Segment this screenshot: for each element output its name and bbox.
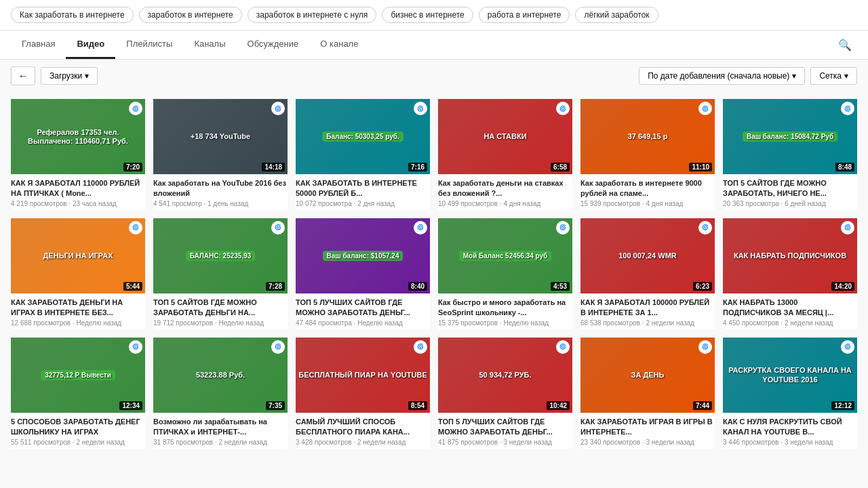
nav-tab-2[interactable]: Плейлисты <box>115 30 183 59</box>
video-duration: 12:12 <box>831 401 854 410</box>
video-thumbnail: 37 649,15 р 11:10 🌀 <box>580 99 715 174</box>
video-title: КАК ЗАРАБОТАТЬ ДЕНЬГИ НА ИГРАХ В ИНТЕРНЕ… <box>11 298 145 317</box>
video-title: КАК НАБРАТЬ 13000 ПОДПИСЧИКОВ ЗА МЕСЯЦ |… <box>723 298 857 317</box>
video-card[interactable]: Баланс: 50303,25 руб. 7:16 🌀 КАК ЗАРАБОТ… <box>296 99 430 210</box>
video-card[interactable]: Ваш баланс: $1057.24 8:40 🌀 ТОП 5 ЛУЧШИХ… <box>296 218 430 329</box>
video-card[interactable]: НА СТАВКИ 6:58 🌀 Как заработать деньги н… <box>438 99 572 210</box>
video-info: КАК НАБРАТЬ 13000 ПОДПИСЧИКОВ ЗА МЕСЯЦ |… <box>723 293 857 329</box>
video-title: КАК Я ЗАРАБОТАЛ 110000 РУБЛЕЙ НА ПТИЧКАХ… <box>11 178 145 198</box>
video-thumbnail: Ваш баланс: 15084,72 Руб 8:48 🌀 <box>723 99 857 174</box>
tag-2[interactable]: заработок в интернете с нуля <box>248 7 377 23</box>
video-duration: 12:34 <box>119 401 142 410</box>
video-duration: 8:40 <box>408 282 427 291</box>
video-card[interactable]: +18 734 YouTube 14:18 🌀 Как заработать н… <box>153 99 288 210</box>
video-meta: 41 875 просмотров · 3 недели назад <box>438 439 572 446</box>
video-card[interactable]: РАСКРУТКА СВОЕГО КАНАЛА НА YOUTUBE 2016 … <box>723 338 857 449</box>
tag-3[interactable]: бизнес в интернете <box>382 7 473 23</box>
channel-icon: 🌀 <box>556 221 570 235</box>
channel-icon: 🌀 <box>556 340 570 354</box>
video-duration: 10:42 <box>547 401 570 410</box>
search-icon[interactable]: 🔍 <box>833 33 857 57</box>
video-card[interactable]: 50 934,72 РУБ. 10:42 🌀 ТОП 5 ЛУЧШИХ САЙТ… <box>438 338 572 449</box>
nav-tab-3[interactable]: Каналы <box>183 30 236 59</box>
channel-icon: 🌀 <box>841 221 854 235</box>
video-info: Как заработать в интернете 9000 рублей н… <box>580 174 715 210</box>
view-dropdown[interactable]: Сетка ▾ <box>810 67 857 85</box>
video-thumbnail: Баланс: 50303,25 руб. 7:16 🌀 <box>296 99 430 174</box>
nav-tab-5[interactable]: О канале <box>309 30 369 59</box>
video-info: КАК ЗАРАБОТАТЬ ДЕНЬГИ НА ИГРАХ В ИНТЕРНЕ… <box>11 293 145 329</box>
video-duration: 14:20 <box>831 282 854 291</box>
video-title: ТОП 5 ЛУЧШИХ САЙТОВ ГДЕ МОЖНО ЗАРАБОТАТЬ… <box>296 298 430 317</box>
video-duration: 6:58 <box>551 163 570 171</box>
video-meta: 55 511 просмотров · 2 недели назад <box>11 439 145 446</box>
video-duration: 11:10 <box>689 163 712 171</box>
video-thumbnail: 32775,12 Р Вывести 12:34 🌀 <box>11 338 145 413</box>
video-thumbnail: Ваш баланс: $1057.24 8:40 🌀 <box>296 218 430 293</box>
video-card[interactable]: Ваш баланс: 15084,72 Руб 8:48 🌀 ТОП 5 СА… <box>723 99 857 210</box>
video-title: Как заработать на YouTube 2016 без вложе… <box>153 178 288 198</box>
video-info: Как быстро и много заработать на SeoSpri… <box>438 293 572 329</box>
video-duration: 7:28 <box>266 282 285 291</box>
uploads-dropdown[interactable]: Загрузки ▾ <box>41 67 98 85</box>
video-title: КАК С НУЛЯ РАСКРУТИТЬ СВОЙ КАНАЛ НА YOUT… <box>723 417 857 436</box>
video-meta: 23 340 просмотров · 3 недели назад <box>580 439 715 446</box>
video-title: ТОП 5 ЛУЧШИХ САЙТОВ ГДЕ МОЖНО ЗАРАБОТАТЬ… <box>438 417 572 436</box>
tag-5[interactable]: лёгкий заработок <box>575 7 658 23</box>
video-thumbnail: Рефералов 17353 чел. Выплачено: 110460,7… <box>11 99 145 174</box>
video-thumbnail: Мой Баланс 52456.34 руб 4:53 🌀 <box>438 218 572 293</box>
nav-tab-4[interactable]: Обсуждение <box>237 30 310 59</box>
nav-tab-1[interactable]: Видео <box>66 30 115 59</box>
tag-0[interactable]: Как заработать в интернете <box>11 7 134 23</box>
video-card[interactable]: Рефералов 17353 чел. Выплачено: 110460,7… <box>11 99 145 210</box>
tag-4[interactable]: работа в интернете <box>479 7 570 23</box>
video-duration: 7:44 <box>693 401 712 410</box>
channel-icon: 🌀 <box>129 340 142 354</box>
back-button[interactable]: ← <box>11 66 35 85</box>
video-duration: 14:18 <box>262 163 285 171</box>
video-duration: 8:48 <box>835 163 854 171</box>
video-meta: 4 450 просмотров · 2 недели назад <box>723 319 857 327</box>
video-meta: 4 541 просмотр · 1 день назад <box>153 200 288 207</box>
video-title: 5 СПОСОБОВ ЗАРАБОТАТЬ ДЕНЕГ ШКОЛЬНИКУ НА… <box>11 417 145 436</box>
video-duration: 7:35 <box>266 401 285 410</box>
video-card[interactable]: ДЕНЬГИ НА ИГРАХ 5:44 🌀 КАК ЗАРАБОТАТЬ ДЕ… <box>11 218 145 329</box>
video-duration: 7:20 <box>123 163 142 171</box>
video-title: Как заработать деньги на ставках без вло… <box>438 178 572 198</box>
nav-tab-0[interactable]: Главная <box>11 30 66 59</box>
video-duration: 4:53 <box>551 282 570 291</box>
video-card[interactable]: 100 007,24 WMR 6:23 🌀 КАК Я ЗАРАБОТАЛ 10… <box>580 218 715 329</box>
channel-icon: 🌀 <box>414 102 427 115</box>
video-info: КАК Я ЗАРАБОТАЛ 100000 РУБЛЕЙ В ИНТЕРНЕТ… <box>580 293 715 329</box>
video-card[interactable]: БЕСПЛАТНЫЙ ПИАР НА YOUTUBE 8:54 🌀 САМЫЙ … <box>296 338 430 449</box>
video-thumbnail: БЕСПЛАТНЫЙ ПИАР НА YOUTUBE 8:54 🌀 <box>296 338 430 413</box>
video-thumbnail: ДЕНЬГИ НА ИГРАХ 5:44 🌀 <box>11 218 145 293</box>
channel-icon: 🌀 <box>129 221 142 235</box>
video-card[interactable]: Мой Баланс 52456.34 руб 4:53 🌀 Как быстр… <box>438 218 572 329</box>
tag-1[interactable]: заработок в интернете <box>139 7 242 23</box>
video-info: ТОП 5 ЛУЧШИХ САЙТОВ ГДЕ МОЖНО ЗАРАБОТАТЬ… <box>296 293 430 329</box>
channel-icon: 🌀 <box>841 340 854 354</box>
video-meta: 20 363 просмотра · 6 дней назад <box>723 200 857 207</box>
video-card[interactable]: КАК НАБРАТЬ ПОДПИСЧИКОВ 14:20 🌀 КАК НАБР… <box>723 218 857 329</box>
video-card[interactable]: БАЛАНС: 25235,93 7:28 🌀 ТОП 5 САЙТОВ ГДЕ… <box>153 218 288 329</box>
video-info: ТОП 5 САЙТОВ ГДЕ МОЖНО ЗАРАБОТАТЬ, НИЧЕГ… <box>723 174 857 210</box>
video-card[interactable]: 37 649,15 р 11:10 🌀 Как заработать в инт… <box>580 99 715 210</box>
video-title: КАК ЗАРАБОТАТЬ ИГРАЯ В ИГРЫ В ИНТЕРНЕТЕ.… <box>580 417 715 436</box>
channel-icon: 🌀 <box>414 221 427 235</box>
video-info: КАК ЗАРАБОТАТЬ ИГРАЯ В ИГРЫ В ИНТЕРНЕТЕ.… <box>580 413 715 449</box>
video-duration: 8:54 <box>408 401 427 410</box>
video-meta: 3 428 просмотров · 2 недели назад <box>296 439 430 446</box>
video-meta: 31 876 просмотров · 2 недели назад <box>153 439 288 446</box>
channel-icon: 🌀 <box>556 102 570 115</box>
channel-icon: 🌀 <box>841 102 854 115</box>
video-card[interactable]: 32775,12 Р Вывести 12:34 🌀 5 СПОСОБОВ ЗА… <box>11 338 145 449</box>
video-card[interactable]: ЗА ДЕНЬ 7:44 🌀 КАК ЗАРАБОТАТЬ ИГРАЯ В ИГ… <box>580 338 715 449</box>
video-meta: 15 375 просмотров · Неделю назад <box>438 319 572 327</box>
video-title: ТОП 5 САЙТОВ ГДЕ МОЖНО ЗАРАБОТАТЬ, НИЧЕГ… <box>723 178 857 198</box>
video-info: КАК ЗАРАБОТАТЬ В ИНТЕРНЕТЕ 50000 РУБЛЕЙ … <box>296 174 430 210</box>
sort-dropdown[interactable]: По дате добавления (сначала новые) ▾ <box>639 67 805 85</box>
toolbar: ← Загрузки ▾ По дате добавления (сначала… <box>0 60 868 92</box>
video-info: ТОП 5 ЛУЧШИХ САЙТОВ ГДЕ МОЖНО ЗАРАБОТАТЬ… <box>438 413 572 449</box>
video-card[interactable]: 53223.88 Руб. 7:35 🌀 Возможно ли зарабат… <box>153 338 288 449</box>
